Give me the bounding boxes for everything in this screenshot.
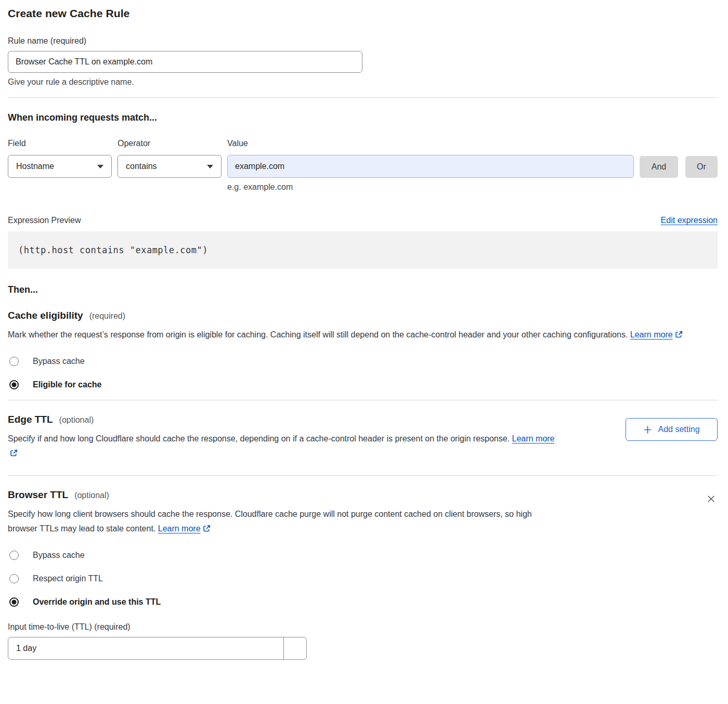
operator-select-value: contains (126, 162, 157, 171)
value-help: e.g. example.com (227, 182, 634, 192)
radio-label: Eligible for cache (33, 380, 101, 389)
operator-column: Operator contains (118, 139, 222, 178)
learn-more-link[interactable]: Learn more (512, 434, 555, 443)
match-condition-row: Field Hostname Operator contains Value e… (8, 139, 718, 192)
browser-ttl-options: Bypass cache Respect origin TTL Override… (8, 551, 718, 607)
radio-override-origin-ttl[interactable]: Override origin and use this TTL (8, 597, 718, 607)
section-divider (8, 97, 718, 98)
section-divider (8, 400, 718, 400)
ttl-select-value: 1 day (8, 637, 283, 659)
match-heading: When incoming requests match... (8, 112, 718, 123)
chevron-down-icon (207, 165, 213, 168)
expression-code-block: (http.host contains "example.com") (8, 231, 718, 269)
then-heading: Then... (8, 284, 718, 295)
radio-label: Respect origin TTL (33, 574, 103, 583)
page-title: Create new Cache Rule (8, 7, 718, 20)
remove-browser-ttl-button[interactable] (705, 492, 718, 507)
field-select[interactable]: Hostname (8, 155, 112, 178)
browser-ttl-heading: Browser TTL (8, 489, 68, 501)
radio-circle-icon (9, 380, 19, 389)
field-column: Field Hostname (8, 139, 112, 178)
edge-ttl-section: Edge TTL (optional) Specify if and how l… (8, 414, 718, 462)
edge-ttl-description-text: Specify if and how long Cloudflare shoul… (8, 434, 510, 443)
radio-eligible-for-cache[interactable]: Eligible for cache (8, 380, 718, 389)
external-link-icon (203, 523, 211, 537)
browser-ttl-header: Browser TTL (optional) (8, 489, 705, 501)
cache-eligibility-options: Bypass cache Eligible for cache (8, 357, 718, 389)
external-link-icon (10, 447, 18, 462)
radio-label: Override origin and use this TTL (33, 597, 161, 607)
optional-qualifier: (optional) (74, 491, 109, 500)
radio-circle-icon (9, 597, 19, 607)
required-qualifier: (required) (89, 311, 125, 321)
optional-qualifier: (optional) (59, 415, 94, 425)
field-label: Field (8, 139, 112, 148)
value-label: Value (227, 139, 634, 148)
close-icon (707, 494, 716, 503)
cache-eligibility-heading: Cache eligibility (8, 310, 83, 321)
expression-preview-row: Expression Preview Edit expression (8, 216, 718, 225)
learn-more-link[interactable]: Learn more (158, 524, 201, 533)
radio-bypass-cache[interactable]: Bypass cache (8, 357, 718, 366)
radio-bypass-cache[interactable]: Bypass cache (8, 551, 718, 560)
operator-select[interactable]: contains (118, 155, 222, 178)
expression-code: (http.host contains "example.com") (18, 245, 208, 255)
external-link-icon (675, 329, 683, 343)
radio-label: Bypass cache (33, 551, 85, 560)
rule-name-help: Give your rule a descriptive name. (8, 77, 718, 87)
create-cache-rule-form: Create new Cache Rule Rule name (require… (0, 0, 728, 670)
edge-ttl-content: Edge TTL (optional) Specify if and how l… (8, 414, 626, 462)
browser-ttl-description: Specify how long client browsers should … (8, 507, 551, 537)
browser-ttl-section: Browser TTL (optional) Specify how long … (8, 489, 718, 537)
add-setting-label: Add setting (658, 425, 699, 434)
radio-circle-icon (9, 574, 19, 583)
cache-eligibility-description-text: Mark whether the request’s response from… (8, 330, 628, 339)
and-button[interactable]: And (640, 156, 678, 178)
edge-ttl-heading: Edge TTL (8, 414, 53, 425)
add-setting-button[interactable]: Add setting (626, 418, 718, 441)
ttl-select[interactable]: 1 day (8, 637, 307, 660)
browser-ttl-content: Browser TTL (optional) Specify how long … (8, 489, 705, 537)
edit-expression-link[interactable]: Edit expression (661, 216, 718, 225)
field-select-value: Hostname (16, 162, 54, 171)
browser-ttl-description-text: Specify how long client browsers should … (8, 510, 532, 533)
radio-label: Bypass cache (33, 357, 85, 366)
cache-eligibility-description: Mark whether the request’s response from… (8, 328, 705, 343)
ttl-select-arrow-segment[interactable] (283, 637, 306, 659)
radio-circle-icon (9, 551, 19, 560)
value-input[interactable] (227, 155, 634, 178)
plus-icon (643, 425, 652, 434)
section-divider (8, 475, 718, 476)
radio-respect-origin-ttl[interactable]: Respect origin TTL (8, 574, 718, 583)
ttl-label: Input time-to-live (TTL) (required) (8, 622, 718, 632)
cache-eligibility-header: Cache eligibility (required) (8, 310, 718, 321)
or-button[interactable]: Or (685, 156, 718, 178)
edge-ttl-header: Edge TTL (optional) (8, 414, 626, 425)
value-column: Value e.g. example.com (227, 139, 634, 192)
expression-preview-label: Expression Preview (8, 216, 81, 225)
chevron-down-icon (97, 165, 103, 168)
rule-name-label: Rule name (required) (8, 36, 718, 46)
radio-circle-icon (9, 357, 19, 366)
rule-name-input[interactable] (8, 51, 362, 73)
operator-label: Operator (118, 139, 222, 148)
edge-ttl-description: Specify if and how long Cloudflare shoul… (8, 432, 556, 462)
learn-more-link[interactable]: Learn more (630, 330, 673, 339)
